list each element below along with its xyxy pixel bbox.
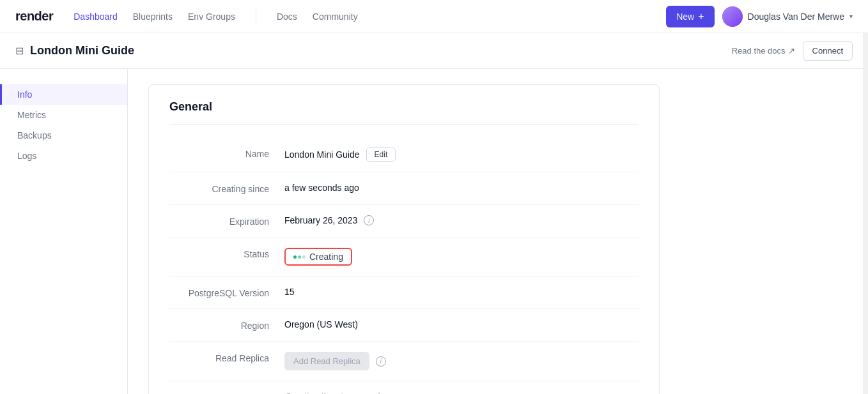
name-value-container: London Mini Guide Edit bbox=[284, 148, 639, 162]
read-replica-value-container: Add Read Replica i bbox=[284, 352, 639, 370]
nav-link-env-groups[interactable]: Env Groups bbox=[188, 11, 235, 22]
postgresql-version-field-row: PostgreSQL Version 15 bbox=[169, 277, 639, 309]
avatar bbox=[722, 6, 743, 27]
status-dot-2 bbox=[298, 255, 301, 259]
main-layout: Info Metrics Backups Logs General Name L… bbox=[0, 69, 868, 394]
creating-since-label: Creating since bbox=[169, 183, 284, 194]
plus-icon: + bbox=[698, 11, 704, 22]
main-content: General Name London Mini Guide Edit Crea… bbox=[128, 69, 868, 394]
creating-since-value-container: a few seconds ago bbox=[284, 183, 639, 193]
expiration-label: Expiration bbox=[169, 215, 284, 227]
edit-name-button[interactable]: Edit bbox=[366, 148, 396, 162]
creating-since-value: a few seconds ago bbox=[284, 183, 359, 193]
general-section: General Name London Mini Guide Edit Crea… bbox=[148, 84, 660, 394]
name-field-row: Name London Mini Guide Edit bbox=[169, 137, 639, 172]
chevron-down-icon: ▾ bbox=[849, 13, 853, 20]
nav-link-community[interactable]: Community bbox=[313, 11, 358, 22]
app-logo: render bbox=[15, 9, 53, 24]
name-label: Name bbox=[169, 148, 284, 159]
nav-link-dashboard[interactable]: Dashboard bbox=[74, 11, 118, 22]
top-nav: render Dashboard Blueprints Env Groups D… bbox=[0, 0, 868, 33]
storage-label: Storage bbox=[169, 391, 284, 394]
user-menu[interactable]: Douglas Van Der Merwe ▾ bbox=[722, 6, 853, 27]
creating-since-field-row: Creating since a few seconds ago bbox=[169, 172, 639, 205]
name-value: London Mini Guide bbox=[284, 149, 360, 160]
status-field-row: Status Creating bbox=[169, 238, 639, 277]
postgresql-version-label: PostgreSQL Version bbox=[169, 287, 284, 298]
storage-value-container: Creating the storage volume bbox=[284, 391, 639, 394]
external-link-icon: ↗ bbox=[788, 46, 795, 56]
page-title: London Mini Guide bbox=[30, 44, 134, 57]
sidebar-item-metrics[interactable]: Metrics bbox=[0, 105, 127, 125]
new-button[interactable]: New + bbox=[666, 6, 714, 27]
status-dots bbox=[293, 255, 306, 259]
region-value: Oregon (US West) bbox=[284, 319, 358, 330]
nav-link-docs[interactable]: Docs bbox=[277, 11, 297, 22]
nav-divider bbox=[256, 10, 256, 23]
region-field-row: Region Oregon (US West) bbox=[169, 309, 639, 342]
status-dot-3 bbox=[302, 255, 306, 259]
sidebar-item-info[interactable]: Info bbox=[0, 84, 127, 105]
section-title: General bbox=[169, 100, 639, 125]
region-label: Region bbox=[169, 319, 284, 331]
add-read-replica-button[interactable]: Add Read Replica bbox=[284, 352, 369, 370]
page-header-right: Read the docs ↗ Connect bbox=[732, 41, 853, 61]
read-replica-info-icon[interactable]: i bbox=[376, 356, 386, 367]
page-header: ⊟ London Mini Guide Read the docs ↗ Conn… bbox=[0, 33, 868, 69]
expiration-field-row: Expiration February 26, 2023 i bbox=[169, 205, 639, 238]
status-text: Creating bbox=[309, 252, 343, 262]
status-dot-1 bbox=[293, 255, 297, 259]
expiration-value: February 26, 2023 bbox=[284, 215, 357, 225]
nav-link-blueprints[interactable]: Blueprints bbox=[133, 11, 173, 22]
read-replica-label: Read Replica bbox=[169, 352, 284, 363]
scrollbar-track[interactable] bbox=[863, 0, 868, 394]
nav-links: Dashboard Blueprints Env Groups Docs Com… bbox=[74, 10, 666, 23]
sidebar-item-backups[interactable]: Backups bbox=[0, 125, 127, 146]
user-name: Douglas Van Der Merwe bbox=[748, 11, 844, 22]
sidebar-item-logs[interactable]: Logs bbox=[0, 146, 127, 166]
region-value-container: Oregon (US West) bbox=[284, 319, 639, 330]
avatar-image bbox=[722, 6, 743, 27]
database-icon: ⊟ bbox=[15, 45, 24, 57]
page-header-left: ⊟ London Mini Guide bbox=[15, 44, 134, 57]
sidebar: Info Metrics Backups Logs bbox=[0, 69, 128, 394]
expiration-value-container: February 26, 2023 i bbox=[284, 215, 639, 225]
connect-button[interactable]: Connect bbox=[803, 41, 853, 61]
status-badge: Creating bbox=[284, 248, 352, 266]
expiration-info-icon[interactable]: i bbox=[364, 215, 374, 225]
status-label: Status bbox=[169, 248, 284, 259]
read-docs-link[interactable]: Read the docs ↗ bbox=[732, 46, 795, 56]
postgresql-version-value: 15 bbox=[284, 287, 295, 297]
storage-field-row: Storage Creating the storage volume bbox=[169, 381, 639, 394]
nav-right: New + Douglas Van Der Merwe ▾ bbox=[666, 6, 853, 27]
read-replica-field-row: Read Replica Add Read Replica i bbox=[169, 342, 639, 381]
storage-creating-text: Creating the storage volume bbox=[284, 391, 397, 394]
postgresql-version-value-container: 15 bbox=[284, 287, 639, 297]
status-value-container: Creating bbox=[284, 248, 639, 266]
